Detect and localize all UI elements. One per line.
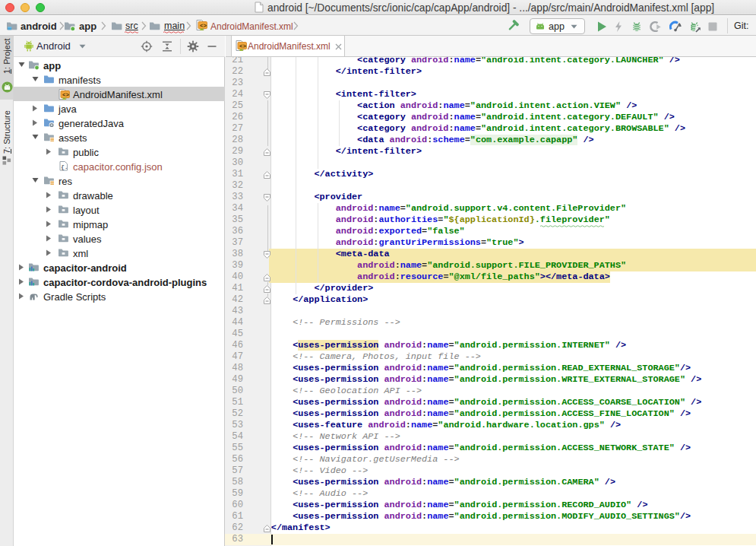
svg-text:{..}: {..} (61, 163, 69, 170)
svg-text:<>: <> (239, 43, 247, 49)
svg-text:<>: <> (200, 23, 207, 29)
svg-text:<>: <> (62, 92, 70, 98)
